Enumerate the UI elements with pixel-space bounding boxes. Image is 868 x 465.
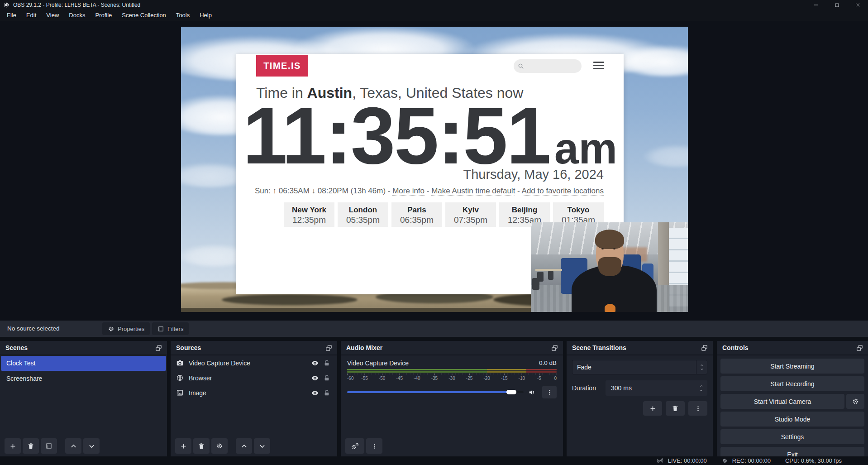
source-status-text: No source selected — [7, 321, 60, 337]
controls-title: Controls — [722, 344, 856, 351]
city-name: Kyiv — [445, 206, 496, 215]
scene-item[interactable]: Clock Test — [1, 356, 166, 371]
office-chair — [548, 271, 553, 280]
city-time-box: Paris06:35pm — [391, 202, 442, 227]
start-streaming-button[interactable]: Start Streaming — [720, 359, 864, 374]
transitions-title: Scene Transitions — [572, 344, 701, 351]
start-recording-button[interactable]: Start Recording — [720, 376, 864, 391]
source-item[interactable]: Image — [171, 385, 337, 400]
add-transition-button[interactable] — [643, 401, 662, 416]
menu-tools[interactable]: Tools — [171, 10, 195, 21]
source-label: Image — [189, 389, 309, 397]
transitions-header: Scene Transitions — [567, 341, 713, 355]
duration-spinner[interactable] — [699, 380, 704, 396]
window-title: OBS 29.1.2 - Profile: LLHLS BETA - Scene… — [13, 2, 140, 8]
obs-window: OBS 29.1.2 - Profile: LLHLS BETA - Scene… — [0, 0, 868, 465]
obs-logo-icon — [3, 2, 10, 8]
meter-tick-label: -20 — [483, 376, 490, 381]
scene-filters-button[interactable] — [41, 438, 57, 454]
mixer-channel-menu-button[interactable] — [542, 386, 557, 398]
transition-select[interactable]: Fade — [572, 360, 707, 374]
scene-item[interactable]: Screenshare — [1, 371, 166, 386]
stream-status-icon — [656, 457, 664, 465]
timeis-logo: TIME.IS — [256, 55, 308, 77]
popout-icon[interactable] — [856, 344, 863, 352]
popout-icon[interactable] — [155, 344, 162, 352]
combo-arrows-icon[interactable] — [696, 360, 707, 374]
clock-display: 11:35:51 am — [247, 96, 613, 176]
meter-tick-label: -35 — [431, 376, 438, 381]
lock-icon[interactable] — [321, 360, 333, 367]
scenes-dock-header: Scenes — [0, 341, 167, 355]
settings-button[interactable]: Settings — [720, 429, 864, 444]
remove-transition-button[interactable] — [666, 401, 685, 416]
remove-scene-button[interactable] — [23, 438, 39, 454]
source-item[interactable]: Browser — [171, 370, 337, 385]
menu-edit[interactable]: Edit — [21, 10, 41, 21]
menu-file[interactable]: File — [2, 10, 21, 21]
cloud — [643, 144, 688, 167]
duration-value: 300 ms — [606, 380, 707, 396]
visibility-eye-icon[interactable] — [309, 389, 321, 397]
move-scene-up-button[interactable] — [65, 438, 81, 454]
visibility-eye-icon[interactable] — [309, 359, 321, 367]
lock-icon[interactable] — [321, 389, 333, 397]
sun-info: Sun: ↑ 06:35AM ↓ 08:20PM (13h 46m) - Mor… — [255, 187, 604, 196]
record-status-icon — [721, 457, 728, 464]
speaker-icon[interactable] — [528, 388, 537, 397]
video-canvas[interactable]: TIME.IS Time in Austin, Texas, United St… — [181, 27, 688, 312]
mixer-level-db: 0.0 dB — [539, 360, 557, 367]
popout-icon[interactable] — [701, 344, 708, 352]
city-time: 07:35pm — [445, 215, 496, 226]
meter-tick-marks — [347, 374, 557, 375]
menu-scene-collection[interactable]: Scene Collection — [117, 10, 171, 21]
volume-slider-track[interactable] — [347, 391, 524, 393]
meter-tick-label: 0 — [554, 376, 557, 381]
city-name: London — [338, 206, 388, 215]
dock-zone: Scenes Clock TestScreenshare Sources Vid… — [0, 337, 868, 456]
meter-tick-label: -5 — [537, 376, 541, 381]
mixer-menu-button[interactable] — [366, 438, 382, 454]
city-name: Paris — [391, 206, 442, 215]
virtual-camera-config-button[interactable] — [846, 394, 864, 409]
preview-area: TIME.IS Time in Austin, Texas, United St… — [0, 21, 868, 321]
cpu-fps-stats: CPU: 0.6%, 30.00 fps — [785, 457, 842, 464]
move-scene-down-button[interactable] — [83, 438, 100, 454]
move-source-up-button[interactable] — [236, 438, 252, 454]
add-source-button[interactable] — [175, 438, 191, 454]
webcam-overlay — [531, 222, 688, 312]
scenes-dock: Scenes Clock TestScreenshare — [0, 341, 167, 456]
advanced-audio-button[interactable] — [345, 438, 364, 454]
audio-mixer-dock: Audio Mixer Video Capture Device 0.0 dB … — [341, 341, 563, 456]
popout-icon[interactable] — [551, 344, 558, 352]
minimize-button[interactable] — [806, 0, 826, 10]
add-scene-button[interactable] — [5, 438, 21, 454]
duration-input[interactable]: 300 ms — [606, 380, 707, 396]
properties-button[interactable]: Properties — [102, 322, 150, 335]
source-item[interactable]: Video Capture Device — [171, 355, 337, 370]
transition-menu-button[interactable] — [688, 401, 707, 416]
rec-timer: REC: 00:00:00 — [732, 457, 771, 464]
menu-view[interactable]: View — [41, 10, 64, 21]
filters-button[interactable]: Filters — [152, 322, 189, 335]
close-button[interactable] — [847, 0, 868, 10]
menu-docks[interactable]: Docks — [64, 10, 90, 21]
remove-source-button[interactable] — [193, 438, 210, 454]
image-icon — [176, 389, 189, 397]
source-properties-button[interactable] — [211, 438, 228, 454]
studio-mode-button[interactable]: Studio Mode — [720, 412, 864, 427]
maximize-button[interactable] — [826, 0, 847, 10]
menu-profile[interactable]: Profile — [90, 10, 117, 21]
start-virtual-camera-button[interactable]: Start Virtual Camera — [720, 394, 844, 409]
exit-button[interactable]: Exit — [720, 447, 864, 456]
lock-icon[interactable] — [321, 374, 333, 382]
search-icon — [517, 62, 525, 70]
menu-help[interactable]: Help — [195, 10, 217, 21]
volume-slider[interactable] — [347, 388, 524, 396]
gear-icon — [108, 326, 114, 332]
volume-slider-handle[interactable] — [506, 390, 516, 394]
move-source-down-button[interactable] — [254, 438, 270, 454]
popout-icon[interactable] — [325, 344, 333, 352]
volume-meter — [347, 371, 557, 373]
visibility-eye-icon[interactable] — [309, 374, 321, 382]
